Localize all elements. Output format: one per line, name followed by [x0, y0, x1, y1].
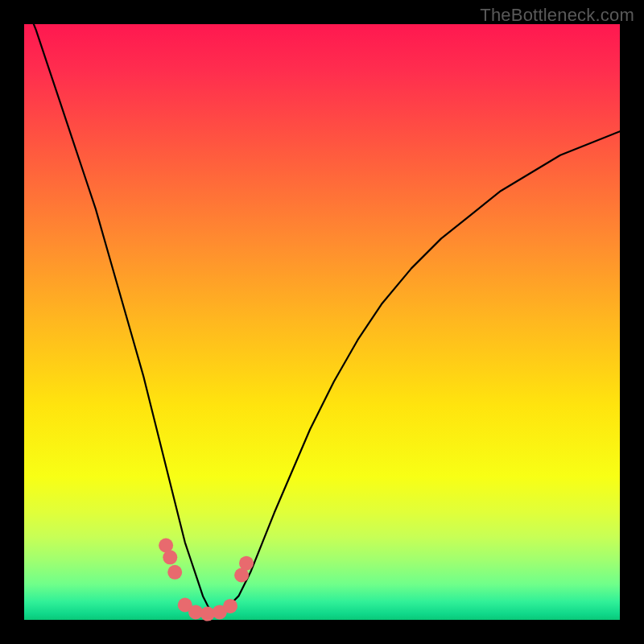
watermark-text: TheBottleneck.com — [480, 5, 634, 26]
curve-markers — [159, 539, 254, 621]
curve-marker-1 — [163, 550, 177, 564]
curve-marker-9 — [239, 556, 254, 571]
bottleneck-curve — [24, 0, 620, 613]
curve-marker-2 — [167, 565, 182, 580]
chart-frame: TheBottleneck.com — [0, 0, 644, 644]
curve-marker-7 — [223, 599, 237, 613]
plot-area — [24, 24, 620, 620]
bottleneck-curve-svg — [24, 24, 620, 620]
